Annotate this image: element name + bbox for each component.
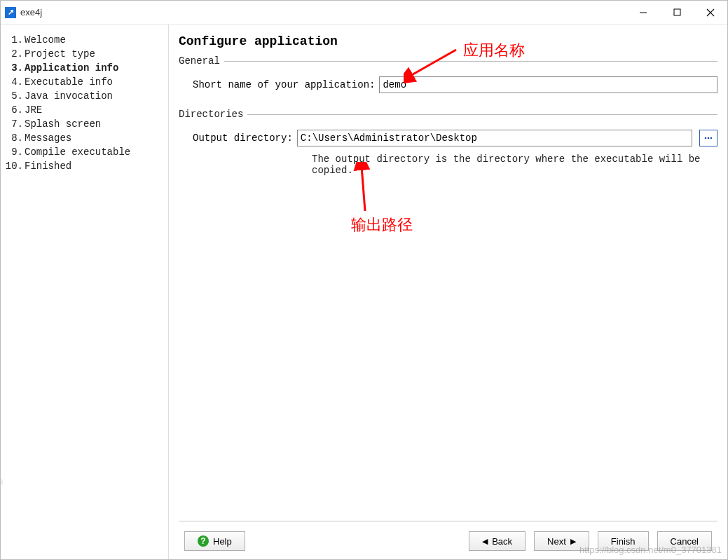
titlebar: ↗ exe4j (1, 1, 727, 25)
group-directories-legend: Directories (179, 109, 247, 120)
wizard-steps-sidebar: 1.Welcome 2.Project type 3.Application i… (1, 25, 169, 560)
group-general: General Short name of your application: (179, 55, 717, 93)
step-finished[interactable]: 10.Finished (5, 159, 168, 173)
app-icon: ↗ (5, 7, 16, 18)
minimize-button[interactable] (626, 1, 660, 25)
short-name-input[interactable] (379, 76, 717, 93)
cancel-label: Cancel (671, 536, 699, 547)
cancel-button[interactable]: Cancel (657, 531, 712, 551)
step-jre[interactable]: 6.JRE (5, 103, 168, 117)
triangle-right-icon: ▶ (570, 537, 576, 546)
step-messages[interactable]: 8.Messages (5, 131, 168, 145)
help-label: Help (213, 536, 232, 547)
maximize-icon (673, 8, 681, 16)
minimize-icon (639, 8, 647, 17)
output-dir-helper: The output directory is the directory wh… (312, 153, 717, 176)
svg-point-5 (708, 137, 710, 139)
step-java-invocation[interactable]: 5.Java invocation (5, 89, 168, 103)
close-icon (706, 8, 715, 17)
maximize-button[interactable] (660, 1, 694, 25)
next-label: Next (547, 536, 566, 547)
svg-point-6 (710, 137, 713, 139)
window-title: exe4j (20, 7, 42, 18)
group-directories: Directories Output directory: The output… (179, 109, 717, 176)
step-splash-screen[interactable]: 7.Splash screen (5, 117, 168, 131)
back-button[interactable]: ◀ Back (469, 531, 526, 551)
help-icon: ? (198, 535, 209, 547)
step-executable-info[interactable]: 4.Executable info (5, 75, 168, 89)
svg-rect-1 (674, 9, 680, 15)
main-panel: Configure application General Short name… (169, 25, 727, 560)
window-controls (626, 1, 727, 25)
output-dir-input[interactable] (297, 130, 692, 146)
step-project-type[interactable]: 2.Project type (5, 47, 168, 61)
ellipsis-icon (703, 133, 713, 143)
sidebar-watermark: exe4j (0, 475, 4, 552)
step-compile-executable[interactable]: 9.Compile executable (5, 145, 168, 159)
group-general-legend: General (179, 55, 224, 67)
svg-point-4 (705, 137, 707, 139)
output-dir-label: Output directory: (193, 132, 293, 144)
finish-label: Finish (611, 536, 636, 547)
browse-button[interactable] (699, 130, 717, 146)
page-title: Configure application (179, 34, 717, 48)
short-name-label: Short name of your application: (193, 79, 375, 90)
triangle-left-icon: ◀ (482, 537, 488, 546)
step-application-info[interactable]: 3.Application info (5, 61, 168, 75)
steps-list: 1.Welcome 2.Project type 3.Application i… (1, 33, 168, 173)
wizard-footer: ? Help ◀ Back Next ▶ Finish Cancel (179, 521, 717, 560)
step-welcome[interactable]: 1.Welcome (5, 33, 168, 47)
close-button[interactable] (694, 1, 727, 25)
finish-button[interactable]: Finish (598, 531, 649, 551)
next-button[interactable]: Next ▶ (534, 531, 589, 551)
help-button[interactable]: ? Help (184, 531, 245, 551)
back-label: Back (492, 536, 512, 547)
